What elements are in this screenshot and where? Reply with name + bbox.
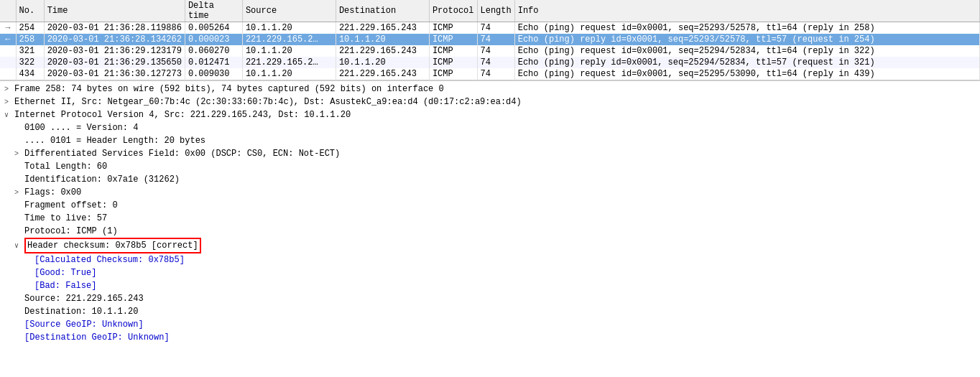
row-cell-source: 221.229.165.2…: [242, 57, 336, 68]
detail-line[interactable]: >Differentiated Services Field: 0x00 (DS…: [3, 147, 977, 160]
detail-line: [Destination GeoIP: Unknown]: [3, 331, 977, 344]
row-cell-no: 321: [16, 45, 44, 57]
row-cell-length: 74: [477, 57, 514, 68]
detail-line[interactable]: >Frame 258: 74 bytes on wire (592 bits),…: [3, 83, 977, 96]
detail-line: 0100 .... = Version: 4: [3, 121, 977, 134]
row-arrow: [0, 45, 16, 57]
toggle-icon: >: [4, 97, 14, 108]
row-cell-time: 2020-03-01 21:36:30.127273: [44, 68, 185, 80]
col-time: Time: [44, 0, 185, 22]
detail-text: Protocol: ICMP (1): [24, 225, 118, 238]
detail-text: [Source GeoIP: Unknown]: [24, 318, 144, 331]
row-cell-source: 221.229.165.2…: [242, 34, 336, 45]
detail-text: [Good: True]: [34, 266, 96, 279]
detail-text: [Bad: False]: [34, 279, 96, 292]
table-row[interactable]: →2542020-03-01 21:36:28.1198860.00526410…: [0, 22, 980, 34]
detail-line: Identification: 0x7a1e (31262): [3, 173, 977, 186]
row-cell-source: 10.1.1.20: [242, 68, 336, 80]
toggle-icon: ∨: [14, 241, 24, 251]
detail-text: Internet Protocol Version 4, Src: 221.22…: [14, 108, 351, 121]
row-cell-proto: ICMP: [429, 45, 477, 57]
row-cell-time: 2020-03-01 21:36:28.119886: [44, 22, 185, 34]
detail-text: 0100 .... = Version: 4: [24, 121, 138, 134]
detail-line: .... 0101 = Header Length: 20 bytes: [3, 134, 977, 147]
detail-text: Time to live: 57: [24, 212, 107, 225]
detail-line: [Bad: False]: [3, 279, 977, 292]
detail-text: Destination: 10.1.1.20: [24, 305, 138, 318]
detail-text: Flags: 0x00: [24, 186, 81, 199]
col-arrow: [0, 0, 16, 22]
col-no: No.: [16, 0, 44, 22]
row-cell-length: 74: [477, 22, 514, 34]
detail-text: Fragment offset: 0: [24, 199, 118, 212]
toggle-icon: ∨: [4, 110, 14, 121]
detail-text: .... 0101 = Header Length: 20 bytes: [24, 134, 205, 147]
row-cell-info: Echo (ping) request id=0x0001, seq=25293…: [514, 22, 979, 34]
row-arrow: [0, 68, 16, 80]
detail-line: Destination: 10.1.1.20: [3, 305, 977, 318]
detail-line[interactable]: ∨Internet Protocol Version 4, Src: 221.2…: [3, 108, 977, 121]
row-cell-no: 434: [16, 68, 44, 80]
detail-text: Identification: 0x7a1e (31262): [24, 173, 180, 186]
highlighted-text: Header checksum: 0x78b5 [correct]: [24, 238, 201, 253]
col-length: Length: [477, 0, 514, 22]
row-cell-no: 254: [16, 22, 44, 34]
table-header-row: No. Time Delta time Source Destination P…: [0, 0, 980, 22]
detail-text: [Destination GeoIP: Unknown]: [24, 331, 170, 344]
row-cell-source: 10.1.1.20: [242, 22, 336, 34]
detail-text: [Calculated Checksum: 0x78b5]: [34, 253, 185, 266]
col-info: Info: [514, 0, 979, 22]
detail-line: Total Length: 60: [3, 160, 977, 173]
row-cell-proto: ICMP: [429, 68, 477, 80]
row-cell-length: 74: [477, 34, 514, 45]
detail-text: Source: 221.229.165.243: [24, 292, 144, 305]
row-cell-length: 74: [477, 45, 514, 57]
detail-line[interactable]: >Flags: 0x00: [3, 186, 977, 199]
row-cell-proto: ICMP: [429, 57, 477, 68]
detail-line: Protocol: ICMP (1): [3, 225, 977, 238]
row-cell-delta: 0.000023: [185, 34, 242, 45]
row-cell-time: 2020-03-01 21:36:29.123179: [44, 45, 185, 57]
col-source: Source: [242, 0, 336, 22]
row-arrow: [0, 57, 16, 68]
detail-line: Time to live: 57: [3, 212, 977, 225]
table-row[interactable]: ←2582020-03-01 21:36:28.1342620.00002322…: [0, 34, 980, 45]
row-cell-dest: 221.229.165.243: [336, 22, 429, 34]
row-cell-no: 258: [16, 34, 44, 45]
detail-line: [Source GeoIP: Unknown]: [3, 318, 977, 331]
col-delta: Delta time: [185, 0, 242, 22]
row-cell-delta: 0.009030: [185, 68, 242, 80]
row-cell-time: 2020-03-01 21:36:28.134262: [44, 34, 185, 45]
row-cell-dest: 10.1.1.20: [336, 34, 429, 45]
row-cell-time: 2020-03-01 21:36:29.135650: [44, 57, 185, 68]
row-cell-delta: 0.005264: [185, 22, 242, 34]
row-arrow: →: [0, 22, 16, 34]
table-row[interactable]: 3222020-03-01 21:36:29.1356500.012471221…: [0, 57, 980, 68]
row-cell-dest: 221.229.165.243: [336, 68, 429, 80]
detail-line[interactable]: >Ethernet II, Src: Netgear_60:7b:4c (2c:…: [3, 96, 977, 108]
table-row[interactable]: 4342020-03-01 21:36:30.1272730.00903010.…: [0, 68, 980, 80]
detail-text: Ethernet II, Src: Netgear_60:7b:4c (2c:3…: [14, 96, 522, 108]
row-cell-source: 10.1.1.20: [242, 45, 336, 57]
detail-line: [Good: True]: [3, 266, 977, 279]
detail-panel: >Frame 258: 74 bytes on wire (592 bits),…: [0, 80, 980, 345]
row-cell-info: Echo (ping) request id=0x0001, seq=25294…: [514, 45, 979, 57]
detail-text: Differentiated Services Field: 0x00 (DSC…: [24, 147, 340, 160]
row-cell-proto: ICMP: [429, 34, 477, 45]
detail-line: [Calculated Checksum: 0x78b5]: [3, 253, 977, 266]
detail-line: Source: 221.229.165.243: [3, 292, 977, 305]
row-cell-delta: 0.060270: [185, 45, 242, 57]
toggle-icon: >: [4, 84, 14, 95]
detail-line[interactable]: ∨Header checksum: 0x78b5 [correct]: [3, 238, 977, 253]
row-cell-proto: ICMP: [429, 22, 477, 34]
detail-text: Total Length: 60: [24, 160, 107, 173]
row-cell-info: Echo (ping) reply id=0x0001, seq=25293/5…: [514, 34, 979, 45]
row-cell-no: 322: [16, 57, 44, 68]
detail-line: Fragment offset: 0: [3, 199, 977, 212]
row-cell-delta: 0.012471: [185, 57, 242, 68]
col-dest: Destination: [336, 0, 429, 22]
detail-text: Frame 258: 74 bytes on wire (592 bits), …: [14, 83, 444, 96]
table-row[interactable]: 3212020-03-01 21:36:29.1231790.06027010.…: [0, 45, 980, 57]
toggle-icon: >: [14, 187, 24, 198]
packet-table[interactable]: No. Time Delta time Source Destination P…: [0, 0, 980, 80]
